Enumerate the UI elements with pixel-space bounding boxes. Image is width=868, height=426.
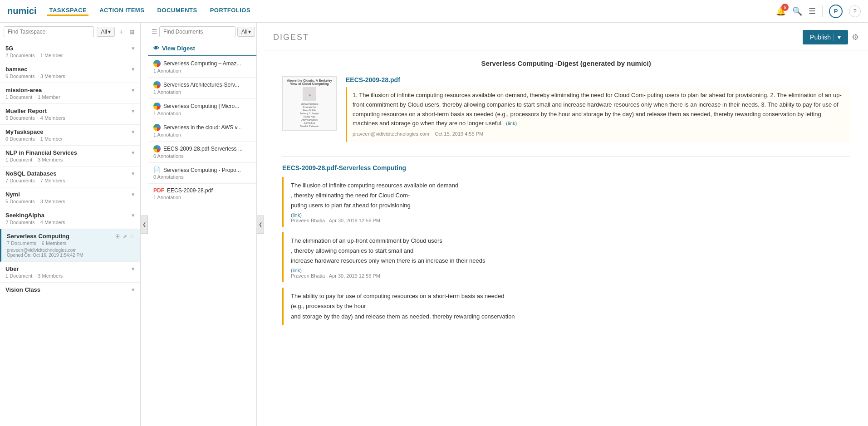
help-icon[interactable]: ? [849,5,861,17]
ts-item-title: 5G [5,45,13,52]
documents-search-input[interactable] [159,26,235,37]
publish-label: Publish [810,34,831,41]
doc-item-meta: 0 Annotations [153,174,251,180]
taskspace-item[interactable]: Serverless Computing ⊞ ⇗ ☆ 7 Documents 6… [0,229,140,262]
nav-taskspace[interactable]: TASKSPACE [47,7,88,16]
search-icon[interactable]: 🔍 [792,6,802,16]
document-item[interactable]: Serverless Architectures-Serv... 1 Annot… [148,78,256,99]
ts-item-actions: Nymi▾ [5,191,135,198]
document-item[interactable]: Serverless Computing | Micro... 1 Annota… [148,99,256,120]
ts-docs-count: 5 Documents [5,199,35,204]
doc-item-meta: 1 Annotation [153,111,251,116]
quote-meta: (link) Praveen Bhatia Apr 30, 2019 12:56… [291,268,843,279]
ts-expand-icon[interactable]: ▾ [132,45,135,52]
documents-all-dropdown[interactable]: All ▾ [237,27,255,37]
taskspace-item[interactable]: NLP in Financial Services▾ 1 Document 3 … [0,146,140,166]
taskspace-item[interactable]: Vision Class▾ [0,283,140,297]
annotation-date-1: Oct 15, 2019 4:55 PM [435,131,483,137]
doc-item-meta: 1 Annotation [153,89,251,95]
google-icon [153,145,161,152]
document-item[interactable]: Serverless Computing – Amaz... 1 Annotat… [148,56,256,78]
annotation-author-1: praveen@vidivicitechnologies.com [353,131,429,137]
ts-expand-icon[interactable]: ▾ [132,108,135,114]
digest-title: DIGEST [273,33,309,42]
google-icon [153,60,161,67]
ts-docs-count: 7 Documents [7,240,36,246]
ts-expand-icon[interactable]: ▾ [132,265,135,272]
ts-members-count: 1 Member [40,136,63,142]
ts-expand-icon[interactable]: ▾ [132,286,135,293]
menu-icon[interactable]: ☰ [809,6,816,16]
notification-badge: 5 [781,4,789,11]
doc-item-meta: 1 Annotation [153,132,251,137]
nav-action-items[interactable]: ACTION ITEMS [98,7,146,16]
taskspace-item[interactable]: SeekingAlpha▾ 2 Documents 4 Members [0,208,140,229]
doc-title-text: Serverless Architectures-Serv... [163,82,239,88]
digest-settings-icon[interactable]: ⚙ [852,32,859,42]
ts-item-title: MyTaskspace [5,128,44,135]
taskspace-item[interactable]: Mueller Report▾ 5 Documents 4 Members [0,104,140,125]
ts-docs-count: 2 Documents [5,220,35,225]
taskspace-item[interactable]: MyTaskspace▾ 0 Documents 1 Member [0,125,140,146]
doc-item-title: 📄 Serverless Computing - Propo... [153,166,251,173]
quote-link[interactable]: (link) [291,212,302,218]
taskspace-item[interactable]: NoSQL Databases▾ 7 Documents 7 Members [0,166,140,187]
quote-block: The ability to pay for use of computing … [282,288,850,325]
doc-title-text: EECS-2009-28.pdf-Serverless ... [163,146,243,152]
taskspace-search-input[interactable] [4,26,94,37]
quote-line: The illusion of infinite computing resou… [291,181,843,191]
annotation-link-1[interactable]: (link) [506,121,517,126]
taskspace-all-dropdown[interactable]: All ▾ [97,27,114,37]
quote-blocks: The illusion of infinite computing resou… [282,177,850,325]
taskspace-item[interactable]: Uber▾ 1 Document 3 Members [0,262,140,283]
notifications-icon[interactable]: 🔔 5 [776,6,786,16]
collapse-left-panel[interactable]: ❮ [141,215,148,234]
ts-expand-icon[interactable]: ▾ [132,191,135,198]
taskspace-item[interactable]: Nymi▾ 5 Documents 3 Members [0,187,140,208]
section-divider [282,157,850,157]
taskspace-grid-icon[interactable]: ⊞ [128,27,137,36]
ts-expand-icon[interactable]: ▾ [132,170,135,177]
avatar[interactable]: P [829,5,843,18]
doc-title-text: Serverless Computing – Amaz... [163,60,241,67]
ts-item-meta: 1 Document 3 Members [5,157,135,162]
ts-share-icon[interactable]: ⇗ [123,233,127,240]
ts-item-meta: 6 Documents 3 Members [5,73,135,79]
ts-docs-count: 7 Documents [5,178,35,183]
document-item[interactable]: EECS-2009-28.pdf-Serverless ... 6 Annota… [148,142,256,163]
document-item[interactable]: PDF EECS-2009-28.pdf 1 Annotation [148,184,256,204]
documents-panel: ☰ All ▾ + 🔍 👁 View Digest Serverless Com… [148,23,257,426]
doc-item-title: Serverless Architectures-Serv... [153,81,251,88]
quote-author: Praveen Bhatia [291,273,325,279]
ts-item-title: NLP in Financial Services [5,149,77,156]
publish-caret[interactable]: ▾ [834,34,841,41]
nav-documents[interactable]: DOCUMENTS [155,7,199,16]
view-digest-btn[interactable]: 👁 View Digest [148,41,256,56]
publish-button[interactable]: Publish ▾ [803,30,848,44]
ts-item-actions: 5G▾ [5,45,135,52]
taskspace-item[interactable]: mission-area▾ 1 Document 1 Member [0,83,140,104]
quote-link[interactable]: (link) [291,268,302,273]
document-item[interactable]: 📄 Serverless Computing - Propo... 0 Anno… [148,163,256,184]
document-item[interactable]: Serverless in the cloud: AWS v... 1 Anno… [148,120,256,142]
ts-star-icon[interactable]: ☆ [130,233,135,240]
section-pdf-link[interactable]: EECS-2009-28.pdf-Serverless Computing [282,164,850,171]
ts-expand-icon[interactable]: ▾ [132,128,135,135]
divider [822,6,823,17]
doc-item-meta: 1 Annotation [153,195,251,200]
eecs-pdf-link[interactable]: EECS-2009-28.pdf [346,76,850,83]
ts-item-meta: 2 Documents 1 Member [5,53,135,58]
taskspace-add-icon[interactable]: + [118,27,125,36]
ts-expand-icon[interactable]: ▾ [132,212,135,219]
ts-expand-icon[interactable]: ▾ [132,87,135,93]
quote-line: (e.g., processors by the hour [291,301,843,311]
doc-icon: 📄 [153,166,161,173]
ts-copy-icon[interactable]: ⊞ [115,233,120,240]
nav-links: TASKSPACE ACTION ITEMS DOCUMENTS PORTFOL… [47,7,252,16]
collapse-right-panel[interactable]: ❮ [257,215,264,234]
taskspace-item[interactable]: 5G▾ 2 Documents 1 Member [0,41,140,62]
nav-portfolios[interactable]: PORTFOLIOS [208,7,253,16]
ts-expand-icon[interactable]: ▾ [132,66,135,73]
taskspace-item[interactable]: bamsec▾ 6 Documents 3 Members [0,62,140,83]
ts-expand-icon[interactable]: ▾ [132,149,135,156]
